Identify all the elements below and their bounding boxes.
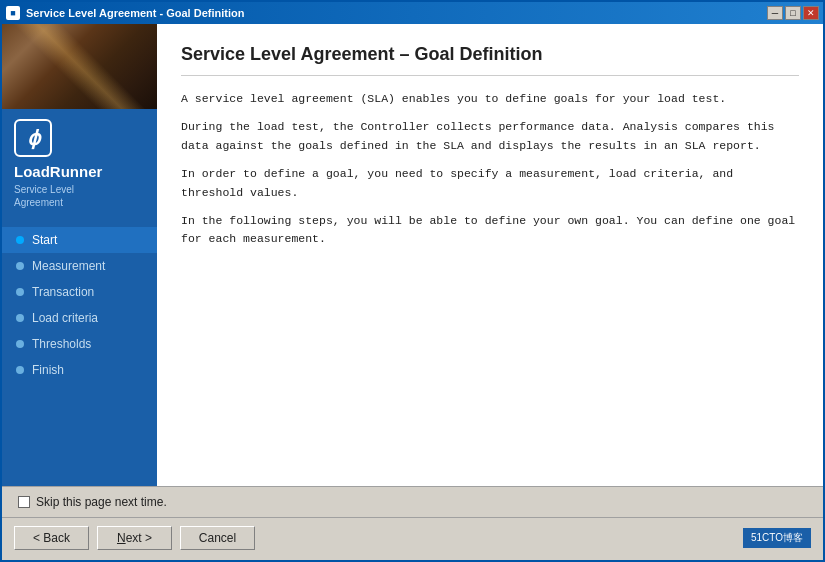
sidebar-brand: LoadRunner	[14, 163, 145, 181]
nav-item-thresholds[interactable]: Thresholds	[2, 331, 157, 357]
main-content: Service Level Agreement – Goal Definitio…	[157, 24, 823, 486]
maximize-button[interactable]: □	[785, 6, 801, 20]
button-row: < Back Next > Cancel 51CTO博客	[14, 526, 811, 550]
window-title: Service Level Agreement - Goal Definitio…	[26, 7, 244, 19]
nav-item-measurement[interactable]: Measurement	[2, 253, 157, 279]
window-content: ϕ LoadRunner Service LevelAgreement Star…	[2, 24, 823, 486]
paragraph-4: In the following steps, you will be able…	[181, 212, 799, 249]
skip-page-label: Skip this page next time.	[36, 495, 167, 509]
minimize-button[interactable]: ─	[767, 6, 783, 20]
back-button-label: < Back	[33, 531, 70, 545]
footer-area: Skip this page next time.	[2, 486, 823, 517]
paragraph-2: During the load test, the Controller col…	[181, 118, 799, 155]
nav-label-start: Start	[32, 233, 57, 247]
nav-dot-finish	[16, 366, 24, 374]
sidebar: ϕ LoadRunner Service LevelAgreement Star…	[2, 24, 157, 486]
next-button-label: Next >	[117, 531, 152, 545]
nav-label-measurement: Measurement	[32, 259, 105, 273]
next-button[interactable]: Next >	[97, 526, 172, 550]
nav-label-load-criteria: Load criteria	[32, 311, 98, 325]
sidebar-image-inner	[2, 24, 157, 109]
sidebar-logo: ϕ LoadRunner Service LevelAgreement	[2, 109, 157, 219]
title-bar-buttons: ─ □ ✕	[767, 6, 819, 20]
sidebar-nav: Start Measurement Transaction Load crite…	[2, 219, 157, 486]
paragraph-1: A service level agreement (SLA) enables …	[181, 90, 799, 108]
cancel-button-label: Cancel	[199, 531, 236, 545]
title-bar: ■ Service Level Agreement - Goal Definit…	[2, 2, 823, 24]
nav-dot-thresholds	[16, 340, 24, 348]
window-icon: ■	[6, 6, 20, 20]
nav-label-thresholds: Thresholds	[32, 337, 91, 351]
checkbox-area: Skip this page next time.	[18, 495, 167, 509]
paragraph-3: In order to define a goal, you need to s…	[181, 165, 799, 202]
main-window: ■ Service Level Agreement - Goal Definit…	[0, 0, 825, 562]
nav-item-transaction[interactable]: Transaction	[2, 279, 157, 305]
nav-item-start[interactable]: Start	[2, 227, 157, 253]
site-badge: 51CTO博客	[743, 528, 811, 548]
nav-item-finish[interactable]: Finish	[2, 357, 157, 383]
button-bar: < Back Next > Cancel 51CTO博客	[2, 517, 823, 560]
nav-dot-measurement	[16, 262, 24, 270]
sidebar-image	[2, 24, 157, 109]
nav-dot-start	[16, 236, 24, 244]
cancel-button[interactable]: Cancel	[180, 526, 255, 550]
nav-label-transaction: Transaction	[32, 285, 94, 299]
page-title: Service Level Agreement – Goal Definitio…	[181, 44, 799, 76]
nav-dot-transaction	[16, 288, 24, 296]
content-body: A service level agreement (SLA) enables …	[181, 90, 799, 470]
close-button[interactable]: ✕	[803, 6, 819, 20]
sidebar-subtitle: Service LevelAgreement	[14, 183, 145, 209]
back-button[interactable]: < Back	[14, 526, 89, 550]
skip-page-checkbox[interactable]	[18, 496, 30, 508]
nav-item-load-criteria[interactable]: Load criteria	[2, 305, 157, 331]
nav-label-finish: Finish	[32, 363, 64, 377]
hp-logo-icon: ϕ	[14, 119, 52, 157]
nav-dot-load-criteria	[16, 314, 24, 322]
